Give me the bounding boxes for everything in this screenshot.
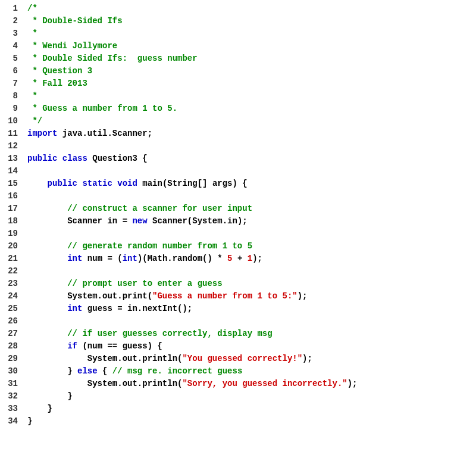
code-token: // prompt user to enter a guess bbox=[67, 279, 222, 288]
code-line: Scanner in = new Scanner(System.in); bbox=[27, 215, 476, 228]
code-line: * Question 3 bbox=[27, 65, 476, 77]
code-token: main(String[] args) { bbox=[137, 179, 248, 188]
code-line: } bbox=[27, 415, 476, 428]
code-line: System.out.print("Guess a number from 1 … bbox=[27, 290, 476, 303]
code-token: "Sorry, you guessed incorrectly." bbox=[182, 379, 347, 388]
code-token: * Wendi Jollymore bbox=[27, 41, 117, 51]
code-token: } bbox=[27, 404, 52, 413]
code-line: // if user guesses correctly, display ms… bbox=[27, 328, 476, 340]
code-token: Question3 { bbox=[87, 154, 148, 163]
code-line bbox=[27, 190, 476, 203]
code-line: import java.util.Scanner; bbox=[27, 127, 476, 140]
code-token: * bbox=[27, 29, 37, 38]
code-token: ); bbox=[302, 354, 312, 363]
line-number: 20 bbox=[4, 240, 18, 253]
code-line: int guess = in.nextInt(); bbox=[27, 303, 476, 315]
code-line bbox=[27, 140, 476, 152]
code-token: * Guess a number from 1 to 5. bbox=[27, 104, 177, 113]
code-token: * Fall 2013 bbox=[27, 79, 87, 88]
line-number: 16 bbox=[4, 190, 18, 203]
code-token: else bbox=[77, 366, 98, 376]
line-number: 12 bbox=[4, 140, 18, 152]
line-number: 23 bbox=[4, 278, 18, 290]
code-line: System.out.println("Sorry, you guessed i… bbox=[27, 378, 476, 390]
code-token: int bbox=[123, 254, 137, 263]
line-number: 24 bbox=[4, 290, 18, 303]
code-token bbox=[27, 179, 48, 188]
code-token: ); bbox=[252, 254, 262, 263]
line-number: 5 bbox=[4, 52, 18, 65]
code-token: "Guess a number from 1 to 5:" bbox=[152, 291, 298, 301]
code-token: Scanner(System.in); bbox=[148, 216, 248, 226]
code-line: public static void main(String[] args) { bbox=[27, 177, 476, 190]
code-token: void bbox=[117, 179, 137, 188]
line-number: 34 bbox=[4, 415, 18, 428]
line-number: 15 bbox=[4, 177, 18, 190]
code-token: // msg re. incorrect guess bbox=[112, 366, 242, 376]
code-line: // construct a scanner for user input bbox=[27, 203, 476, 215]
line-number: 7 bbox=[4, 77, 18, 90]
code-token: */ bbox=[27, 116, 42, 126]
code-token: * Double-Sided Ifs bbox=[27, 16, 123, 26]
code-token bbox=[27, 254, 67, 263]
code-token: int bbox=[67, 304, 82, 313]
code-token: num = ( bbox=[82, 254, 122, 263]
line-number: 14 bbox=[4, 165, 18, 177]
line-number: 3 bbox=[4, 27, 18, 40]
code-token: import bbox=[27, 129, 57, 138]
line-number: 9 bbox=[4, 102, 18, 115]
code-line: } else { // msg re. incorrect guess bbox=[27, 365, 476, 378]
code-token: System.out.print( bbox=[27, 291, 152, 301]
code-line: * Double Sided Ifs: guess number bbox=[27, 52, 476, 65]
line-number: 11 bbox=[4, 127, 18, 140]
line-number: 4 bbox=[4, 40, 18, 52]
code-token: /* bbox=[27, 4, 37, 13]
code-token: // generate random number from 1 to 5 bbox=[67, 241, 252, 251]
line-number: 29 bbox=[4, 353, 18, 365]
code-token: * Question 3 bbox=[27, 66, 92, 76]
line-number: 26 bbox=[4, 315, 18, 328]
code-line: // prompt user to enter a guess bbox=[27, 278, 476, 290]
code-line bbox=[27, 315, 476, 328]
code-token: Scanner in = bbox=[27, 216, 132, 226]
line-number: 13 bbox=[4, 152, 18, 165]
code-line: } bbox=[27, 403, 476, 415]
line-number: 1 bbox=[4, 2, 18, 15]
line-number: 2 bbox=[4, 15, 18, 27]
code-token: * Double Sided Ifs: guess number bbox=[27, 54, 198, 63]
code-line: /* bbox=[27, 2, 476, 15]
code-token: // construct a scanner for user input bbox=[67, 204, 252, 213]
code-token: java.util.Scanner; bbox=[57, 129, 152, 138]
code-token: { bbox=[98, 366, 112, 376]
code-line: System.out.println("You guessed correctl… bbox=[27, 353, 476, 365]
code-token bbox=[112, 179, 117, 188]
code-token: } bbox=[27, 391, 73, 401]
code-line: * Fall 2013 bbox=[27, 77, 476, 90]
code-token: 5 bbox=[227, 254, 232, 263]
code-token: if bbox=[67, 341, 77, 351]
code-token: guess = in.nextInt(); bbox=[82, 304, 192, 313]
code-token: )(Math.random() * bbox=[137, 254, 227, 263]
code-content: /* * Double-Sided Ifs * * Wendi Jollymor… bbox=[21, 2, 476, 459]
line-number: 6 bbox=[4, 65, 18, 77]
code-token: } bbox=[27, 366, 77, 376]
line-number: 10 bbox=[4, 115, 18, 127]
code-line: public class Question3 { bbox=[27, 152, 476, 165]
line-number: 18 bbox=[4, 215, 18, 228]
code-token: } bbox=[27, 416, 32, 426]
code-line bbox=[27, 265, 476, 278]
line-number: 19 bbox=[4, 228, 18, 240]
code-token: // if user guesses correctly, display ms… bbox=[67, 329, 272, 338]
line-number: 25 bbox=[4, 303, 18, 315]
code-token: int bbox=[67, 254, 82, 263]
code-token: "You guessed correctly!" bbox=[182, 354, 302, 363]
line-number: 21 bbox=[4, 253, 18, 265]
code-token: (num == guess) { bbox=[77, 341, 162, 351]
code-line: // generate random number from 1 to 5 bbox=[27, 240, 476, 253]
line-number: 17 bbox=[4, 203, 18, 215]
code-token: + bbox=[233, 254, 248, 263]
code-line bbox=[27, 228, 476, 240]
line-number: 28 bbox=[4, 340, 18, 353]
line-number: 33 bbox=[4, 403, 18, 415]
code-token: public bbox=[27, 154, 57, 163]
